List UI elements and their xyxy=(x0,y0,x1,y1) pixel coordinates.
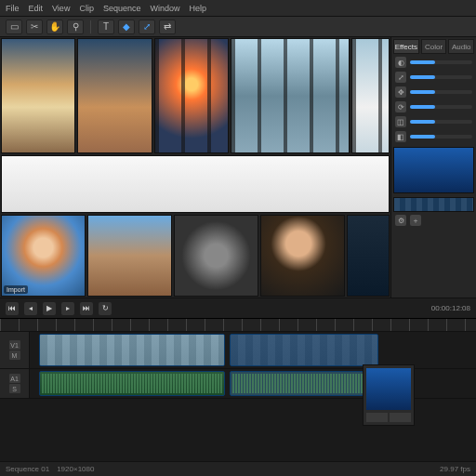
solo-a1[interactable]: S xyxy=(9,384,20,393)
status-sequence: Sequence 01 xyxy=(6,465,49,473)
scale-slider[interactable] xyxy=(410,75,472,79)
marker-tool[interactable]: ◆ xyxy=(118,20,135,34)
workspace: Import Effects Color Audio ◐ ⤢ ✥ ⟳ ◫ ◧ ⚙… xyxy=(0,37,476,298)
goto-start-button[interactable]: ⏮ xyxy=(6,302,19,315)
play-button[interactable]: ▶ xyxy=(43,302,56,315)
razor-tool[interactable]: ✂ xyxy=(26,20,43,34)
toolbar: ▭ ✂ ✋ ⚲ T ◆ ⤢ ⇄ xyxy=(0,17,476,37)
rotation-slider[interactable] xyxy=(410,105,472,109)
media-browser: Import xyxy=(0,37,390,298)
mute-v1[interactable]: M xyxy=(9,350,20,360)
goto-end-button[interactable]: ⏭ xyxy=(80,302,93,315)
timeline-audio-2[interactable] xyxy=(230,371,378,396)
opacity-icon: ◐ xyxy=(395,57,406,68)
menu-bar: File Edit View Clip Sequence Window Help xyxy=(0,0,476,17)
clip-man[interactable] xyxy=(260,215,345,297)
track-label-v1: V1 xyxy=(9,340,20,350)
menu-help[interactable]: Help xyxy=(189,4,206,13)
position-slider[interactable] xyxy=(410,90,472,94)
loop-button[interactable]: ↻ xyxy=(99,302,112,315)
crop-slider[interactable] xyxy=(410,120,472,124)
tab-color[interactable]: Color xyxy=(421,39,447,54)
blend-slider[interactable] xyxy=(410,135,472,139)
mini-preview[interactable] xyxy=(393,147,474,193)
link-toggle[interactable]: ⇄ xyxy=(159,20,176,34)
status-bar: Sequence 01 1920×1080 29.97 fps xyxy=(0,461,476,476)
track-head-a1[interactable]: A1 S xyxy=(0,369,30,398)
position-icon: ✥ xyxy=(395,86,406,98)
waveform-icon xyxy=(232,374,376,393)
clip-sea-wide[interactable] xyxy=(231,38,349,153)
track-head-v1[interactable]: V1 M xyxy=(0,332,30,368)
track-content-v1[interactable] xyxy=(30,332,476,368)
selection-tool[interactable]: ▭ xyxy=(6,20,22,34)
plus-icon[interactable]: ＋ xyxy=(410,215,421,226)
menu-edit[interactable]: Edit xyxy=(29,4,44,13)
clip-white[interactable] xyxy=(1,155,390,213)
menu-clip[interactable]: Clip xyxy=(79,4,94,13)
timeline-ruler[interactable] xyxy=(0,319,476,332)
timeline-clip-1[interactable] xyxy=(39,334,225,366)
clip-girl[interactable]: Import xyxy=(1,215,86,297)
transport-bar: ⏮ ◂ ▶ ▸ ⏭ ↻ 00:00:12:08 xyxy=(0,298,476,318)
tab-effects[interactable]: Effects xyxy=(393,39,419,54)
gear-icon[interactable]: ⚙ xyxy=(395,215,406,226)
inspector-panel: Effects Color Audio ◐ ⤢ ✥ ⟳ ◫ ◧ ⚙＋ xyxy=(390,37,476,298)
floating-scopes[interactable] xyxy=(363,364,415,426)
timeline-clip-2[interactable] xyxy=(230,334,378,366)
step-back-button[interactable]: ◂ xyxy=(24,302,37,315)
menu-sequence[interactable]: Sequence xyxy=(103,4,141,13)
clip-sea-tall[interactable] xyxy=(351,38,390,153)
scale-icon: ⤢ xyxy=(395,72,406,83)
crop-icon: ◫ xyxy=(395,116,406,127)
zoom-tool[interactable]: ⚲ xyxy=(67,20,84,34)
menu-window[interactable]: Window xyxy=(150,4,179,13)
status-resolution: 1920×1080 xyxy=(57,465,94,473)
clip-beach-a[interactable] xyxy=(1,38,75,153)
status-fps: 29.97 fps xyxy=(440,465,470,473)
mini-strip[interactable] xyxy=(393,197,474,212)
waveform-icon xyxy=(42,374,222,393)
scope-btn-b[interactable] xyxy=(390,413,411,422)
text-tool[interactable]: T xyxy=(98,20,114,34)
opacity-slider[interactable] xyxy=(410,60,472,64)
step-fwd-button[interactable]: ▸ xyxy=(61,302,74,315)
thumb-label: Import xyxy=(4,285,28,294)
timecode[interactable]: 00:00:12:08 xyxy=(431,304,470,312)
clip-dark[interactable] xyxy=(347,215,390,297)
inspector-tabs: Effects Color Audio xyxy=(393,39,474,54)
blend-icon: ◧ xyxy=(395,131,406,142)
menu-file[interactable]: File xyxy=(6,4,20,13)
snap-toggle[interactable]: ⤢ xyxy=(139,20,155,34)
timeline-audio-1[interactable] xyxy=(39,371,225,396)
clip-beach-b[interactable] xyxy=(77,38,152,153)
toolbar-sep xyxy=(90,20,91,33)
clip-robot[interactable] xyxy=(174,215,258,297)
scope-btn-a[interactable] xyxy=(366,413,388,422)
hand-tool[interactable]: ✋ xyxy=(46,20,63,34)
tab-audio[interactable]: Audio xyxy=(448,39,474,54)
scope-preview xyxy=(366,368,411,410)
clip-desert[interactable] xyxy=(87,215,172,297)
track-v1: V1 M xyxy=(0,332,476,369)
track-label-a1: A1 xyxy=(9,374,20,383)
clip-sunset[interactable] xyxy=(154,38,229,153)
menu-view[interactable]: View xyxy=(52,4,70,13)
rotation-icon: ⟳ xyxy=(395,101,406,112)
